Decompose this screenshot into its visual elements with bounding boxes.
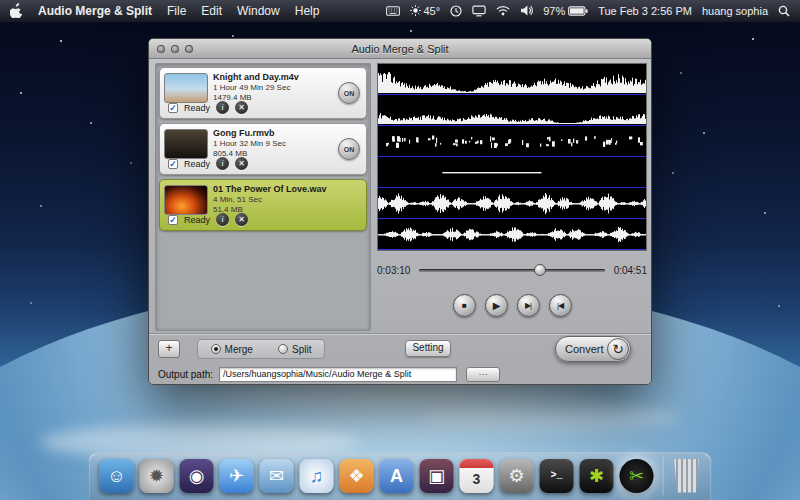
info-button[interactable]: i xyxy=(216,101,229,114)
elapsed-time: 0:03:10 xyxy=(377,265,410,276)
file-duration: 4 Min, 51 Sec xyxy=(213,195,362,205)
on-toggle-button[interactable]: ON xyxy=(338,138,360,160)
spotlight-icon[interactable] xyxy=(778,5,790,17)
split-label: Split xyxy=(292,344,311,355)
add-file-button[interactable]: + xyxy=(158,340,180,358)
dock-icon-photobooth[interactable]: ▣ xyxy=(420,459,454,493)
file-name: Gong Fu.rmvb xyxy=(213,128,362,139)
output-path-row: Output path: ··· xyxy=(149,364,651,384)
merge-radio-dot[interactable] xyxy=(211,344,221,354)
app-window: Audio Merge & Split Knight and Day.m4v 1… xyxy=(148,38,652,385)
temperature-text: 45° xyxy=(424,5,441,17)
convert-button[interactable]: Convert ↻ xyxy=(555,336,631,362)
split-radio-dot[interactable] xyxy=(278,344,288,354)
file-item[interactable]: Knight and Day.m4v 1 Hour 49 Min 29 Sec … xyxy=(159,67,367,119)
close-button[interactable] xyxy=(157,45,165,53)
menu-window[interactable]: Window xyxy=(237,4,280,18)
mode-group: Merge Split xyxy=(197,339,325,359)
split-radio[interactable]: Split xyxy=(278,344,311,355)
remove-button[interactable]: ✕ xyxy=(235,101,248,114)
ready-checkbox[interactable]: ✓ xyxy=(168,103,178,113)
minimize-button[interactable] xyxy=(171,45,179,53)
dock-icon-safari[interactable]: ✈ xyxy=(220,459,254,493)
dock-icon-calendar[interactable]: 3 xyxy=(460,459,494,493)
menu-help[interactable]: Help xyxy=(295,4,320,18)
dock-icon-utilities[interactable]: ✱ xyxy=(580,459,614,493)
file-name: Knight and Day.m4v xyxy=(213,72,362,83)
window-title: Audio Merge & Split xyxy=(351,43,448,55)
footer-bar: + Merge Split Setting Convert ↻ xyxy=(149,333,651,363)
menubar-user[interactable]: huang sophia xyxy=(702,5,768,17)
file-item[interactable]: Gong Fu.rmvb 1 Hour 32 Min 9 Sec 805.4 M… xyxy=(159,123,367,175)
dock-icon-appstore[interactable]: A xyxy=(380,459,414,493)
info-button[interactable]: i xyxy=(216,213,229,226)
volume-menu-icon[interactable] xyxy=(520,5,533,16)
ready-label: Ready xyxy=(184,159,210,169)
dock-icon-mail[interactable]: ✉ xyxy=(260,459,294,493)
wifi-menu-icon[interactable] xyxy=(496,5,510,16)
convert-arrow-icon: ↻ xyxy=(607,338,629,360)
file-item-selected[interactable]: 01 The Power Of Love.wav 4 Min, 51 Sec 5… xyxy=(159,179,367,231)
cloud xyxy=(420,404,680,430)
input-menu-icon[interactable] xyxy=(386,6,400,16)
convert-label: Convert xyxy=(565,343,604,355)
title-bar[interactable]: Audio Merge & Split xyxy=(149,39,651,59)
dock-icon-terminal[interactable]: >_ xyxy=(540,459,574,493)
merge-label: Merge xyxy=(225,344,253,355)
ready-checkbox[interactable]: ✓ xyxy=(168,215,178,225)
display-menu-icon[interactable] xyxy=(472,5,486,17)
file-name: 01 The Power Of Love.wav xyxy=(213,184,362,195)
setting-button[interactable]: Setting xyxy=(405,340,451,357)
play-button[interactable]: ▶ xyxy=(485,294,508,317)
menu-file[interactable]: File xyxy=(167,4,186,18)
clock-menu-icon[interactable] xyxy=(450,5,462,17)
ready-checkbox[interactable]: ✓ xyxy=(168,159,178,169)
weather-menu[interactable]: 45° xyxy=(410,5,441,17)
output-path-input[interactable] xyxy=(219,367,457,382)
dock-icon-audio-merge-split[interactable]: ✂ xyxy=(620,459,654,493)
on-toggle-button[interactable]: ON xyxy=(338,82,360,104)
next-button[interactable]: ▶| xyxy=(517,294,540,317)
progress-slider[interactable] xyxy=(419,269,604,272)
remove-button[interactable]: ✕ xyxy=(235,157,248,170)
apple-menu[interactable] xyxy=(10,3,23,18)
battery-menu[interactable]: 97% xyxy=(543,5,588,17)
dock-icon-launchpad[interactable]: ✹ xyxy=(140,459,174,493)
zoom-button[interactable] xyxy=(185,45,193,53)
dock-icon-dashboard[interactable]: ◉ xyxy=(180,459,214,493)
merge-radio[interactable]: Merge xyxy=(211,344,253,355)
stop-button[interactable]: ■ xyxy=(453,294,476,317)
dock-icon-itunes[interactable]: ♫ xyxy=(300,459,334,493)
audio-thumbnail xyxy=(164,185,208,215)
dock-separator xyxy=(663,457,664,495)
menu-edit[interactable]: Edit xyxy=(201,4,222,18)
progress-knob[interactable] xyxy=(534,264,546,276)
browse-button[interactable]: ··· xyxy=(466,367,500,382)
menu-bar: Audio Merge & Split File Edit Window Hel… xyxy=(0,0,800,22)
previous-button[interactable]: |◀ xyxy=(549,294,572,317)
video-thumbnail xyxy=(164,73,208,103)
menubar-clock[interactable]: Tue Feb 3 2:56 PM xyxy=(598,5,692,17)
ready-label: Ready xyxy=(184,103,210,113)
dock: ☺✹◉✈✉♫❖A▣3⚙>_✱✂ xyxy=(89,452,712,500)
remove-button[interactable]: ✕ xyxy=(235,213,248,226)
dock-icon-preferences[interactable]: ⚙ xyxy=(500,459,534,493)
info-button[interactable]: i xyxy=(216,157,229,170)
dock-icons: ☺✹◉✈✉♫❖A▣3⚙>_✱✂ xyxy=(100,459,654,493)
apple-icon xyxy=(10,3,23,18)
dock-icon-finder[interactable]: ☺ xyxy=(100,459,134,493)
cloud xyxy=(180,383,600,405)
trash-icon[interactable] xyxy=(673,459,701,493)
sun-icon xyxy=(410,5,421,16)
menubar-app-name[interactable]: Audio Merge & Split xyxy=(38,4,152,18)
ready-label: Ready xyxy=(184,215,210,225)
file-list-panel: Knight and Day.m4v 1 Hour 49 Min 29 Sec … xyxy=(155,63,371,331)
total-time: 0:04:51 xyxy=(614,265,647,276)
waveform-canvas xyxy=(377,63,647,251)
video-thumbnail xyxy=(164,129,208,159)
dock-icon-photos[interactable]: ❖ xyxy=(340,459,374,493)
battery-icon xyxy=(568,6,588,16)
waveform-panel: 0:03:10 0:04:51 ■ ▶ ▶| |◀ xyxy=(377,63,647,317)
output-path-label: Output path: xyxy=(158,369,213,380)
battery-percent: 97% xyxy=(543,5,565,17)
